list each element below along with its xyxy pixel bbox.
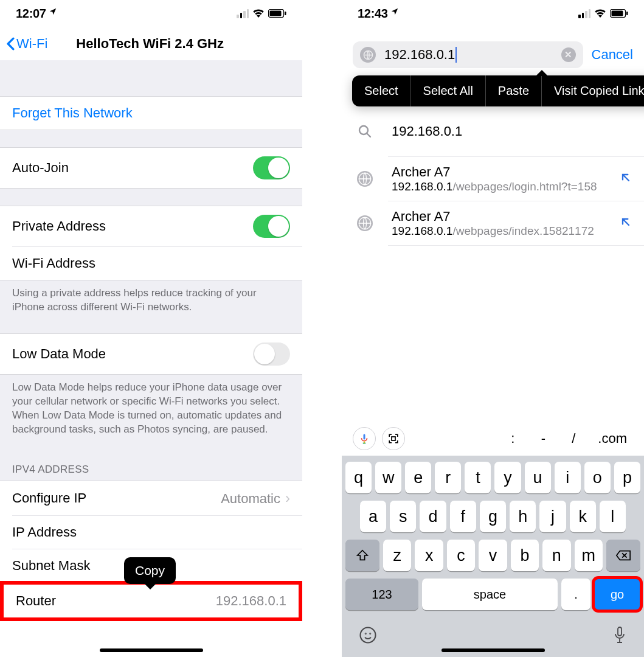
private-address-footer: Using a private address helps reduce tra… bbox=[0, 280, 302, 323]
router-value: 192.168.0.1 bbox=[216, 593, 286, 609]
qr-scan-button[interactable] bbox=[382, 427, 405, 450]
clear-button[interactable]: ✕ bbox=[561, 47, 576, 62]
svg-point-16 bbox=[361, 628, 376, 643]
low-data-mode-row: Low Data Mode bbox=[0, 334, 302, 374]
emoji-button[interactable] bbox=[359, 626, 377, 648]
suggestion-search[interactable]: 192.168.0.1 bbox=[342, 106, 644, 156]
wifi-icon bbox=[252, 7, 265, 21]
subnet-mask-label: Subnet Mask bbox=[12, 558, 90, 574]
punct-dotcom[interactable]: .com bbox=[592, 431, 633, 447]
suggestion-page[interactable]: Archer A7 192.168.0.1/webpages/login.htm… bbox=[342, 157, 644, 201]
key-k[interactable]: k bbox=[570, 501, 596, 532]
key-r[interactable]: r bbox=[435, 462, 461, 493]
key-j[interactable]: j bbox=[539, 501, 566, 532]
key-o[interactable]: o bbox=[584, 462, 611, 493]
shift-key[interactable] bbox=[345, 540, 379, 571]
cellular-icon bbox=[578, 9, 590, 18]
suggestion-url: 192.168.0.1/webpages/index.15821172 bbox=[392, 224, 599, 238]
address-value: 192.168.0.1 bbox=[384, 47, 457, 63]
arrow-up-left-icon[interactable] bbox=[620, 172, 632, 186]
keyboard-toolbar: : - / .com bbox=[342, 422, 644, 456]
status-time: 12:07 bbox=[16, 7, 46, 21]
configure-ip-row[interactable]: Configure IP Automatic› bbox=[0, 481, 302, 515]
battery-icon bbox=[268, 7, 286, 21]
section-gap bbox=[0, 188, 302, 206]
configure-ip-label: Configure IP bbox=[12, 490, 86, 506]
key-d[interactable]: d bbox=[420, 501, 446, 532]
auto-join-label: Auto-Join bbox=[12, 160, 69, 176]
key-y[interactable]: y bbox=[494, 462, 521, 493]
punct-dash[interactable]: - bbox=[531, 431, 555, 447]
copy-popover[interactable]: Copy bbox=[124, 557, 176, 584]
delete-key[interactable] bbox=[606, 540, 640, 571]
arrow-up-left-icon[interactable] bbox=[620, 216, 632, 231]
key-i[interactable]: i bbox=[555, 462, 581, 493]
key-a[interactable]: a bbox=[360, 501, 386, 532]
key-u[interactable]: u bbox=[525, 462, 551, 493]
suggestion-url: 192.168.0.1/webpages/login.html?t=158 bbox=[392, 180, 599, 193]
forget-network-button[interactable]: Forget This Network bbox=[0, 97, 302, 130]
private-address-toggle[interactable] bbox=[253, 215, 290, 238]
search-bar-row: 192.168.0.1 ✕ Cancel bbox=[342, 27, 644, 79]
key-l[interactable]: l bbox=[600, 501, 626, 532]
home-indicator[interactable] bbox=[100, 648, 203, 652]
location-icon bbox=[49, 7, 57, 19]
key-z[interactable]: z bbox=[383, 540, 411, 571]
context-select[interactable]: Select bbox=[352, 75, 411, 106]
low-data-mode-toggle[interactable] bbox=[253, 342, 290, 366]
key-q[interactable]: q bbox=[345, 462, 372, 493]
router-label: Router bbox=[16, 593, 56, 609]
key-e[interactable]: e bbox=[405, 462, 431, 493]
globe-icon bbox=[354, 171, 376, 187]
context-menu: Select Select All Paste Visit Copied Lin… bbox=[352, 75, 644, 106]
svg-rect-2 bbox=[285, 12, 286, 15]
context-paste[interactable]: Paste bbox=[486, 75, 542, 106]
suggestion-page[interactable]: Archer A7 192.168.0.1/webpages/index.158… bbox=[342, 201, 644, 245]
status-time: 12:43 bbox=[358, 7, 388, 21]
location-icon bbox=[390, 7, 399, 19]
key-w[interactable]: w bbox=[375, 462, 401, 493]
wifi-address-label: Wi-Fi Address bbox=[12, 255, 95, 271]
key-s[interactable]: s bbox=[390, 501, 416, 532]
suggestion-title: Archer A7 bbox=[392, 164, 599, 180]
key-b[interactable]: b bbox=[511, 540, 539, 571]
keyboard-row-4: 123 space . go bbox=[342, 575, 644, 614]
wifi-icon bbox=[594, 7, 606, 21]
key-p[interactable]: p bbox=[614, 462, 640, 493]
back-button[interactable]: Wi-Fi bbox=[6, 36, 47, 52]
cancel-button[interactable]: Cancel bbox=[592, 47, 633, 63]
search-icon bbox=[354, 124, 376, 139]
ipv4-section-header: IPV4 ADDRESS bbox=[0, 445, 302, 481]
dictation-button[interactable] bbox=[612, 626, 627, 648]
punct-colon[interactable]: : bbox=[500, 431, 525, 447]
wifi-address-row: Wi-Fi Address bbox=[0, 247, 302, 280]
space-key[interactable]: space bbox=[422, 579, 558, 610]
ip-address-label: IP Address bbox=[12, 524, 77, 540]
auto-join-row: Auto-Join bbox=[0, 148, 302, 188]
punct-slash[interactable]: / bbox=[561, 431, 586, 447]
key-g[interactable]: g bbox=[480, 501, 506, 532]
key-n[interactable]: n bbox=[542, 540, 570, 571]
svg-rect-5 bbox=[626, 12, 628, 15]
private-address-label: Private Address bbox=[12, 218, 106, 234]
address-field[interactable]: 192.168.0.1 ✕ bbox=[353, 41, 583, 68]
home-indicator[interactable] bbox=[441, 648, 545, 652]
suggestion-title: Archer A7 bbox=[392, 209, 599, 224]
key-x[interactable]: x bbox=[415, 540, 443, 571]
keyboard: : - / .com q w e r t y u i o p a s d f g… bbox=[342, 422, 644, 657]
key-c[interactable]: c bbox=[447, 540, 475, 571]
key-t[interactable]: t bbox=[465, 462, 491, 493]
context-visit-link[interactable]: Visit Copied Link bbox=[542, 75, 644, 106]
wifi-settings-screen: 12:07 Wi-Fi HelloTech WiFi 2.4 GHz Forge… bbox=[0, 0, 302, 657]
period-key[interactable]: . bbox=[561, 579, 590, 610]
go-key[interactable]: go bbox=[594, 579, 640, 610]
auto-join-toggle[interactable] bbox=[253, 156, 290, 179]
voice-search-button[interactable] bbox=[353, 427, 376, 450]
key-h[interactable]: h bbox=[510, 501, 536, 532]
svg-rect-4 bbox=[612, 10, 623, 16]
context-select-all[interactable]: Select All bbox=[411, 75, 486, 106]
numbers-key[interactable]: 123 bbox=[345, 579, 418, 610]
key-m[interactable]: m bbox=[575, 540, 603, 571]
key-f[interactable]: f bbox=[450, 501, 476, 532]
key-v[interactable]: v bbox=[479, 540, 507, 571]
